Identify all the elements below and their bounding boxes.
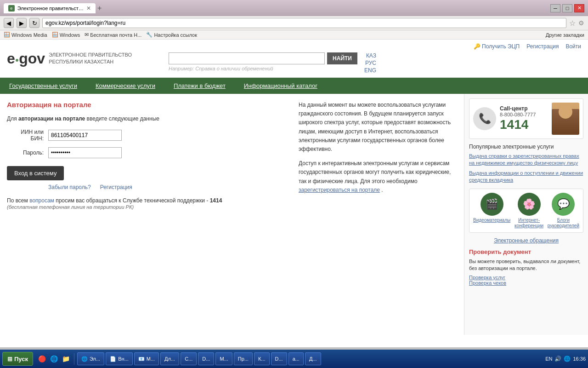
back-button[interactable]: ◀ (4, 18, 14, 28)
navigation-menu: Государственные услуги Коммерческие услу… (0, 78, 588, 94)
volume-icon[interactable]: 🔊 (554, 356, 561, 362)
taskbar-icon-3[interactable]: 📁 (60, 353, 71, 364)
address-input[interactable] (42, 18, 566, 28)
lang-kaz[interactable]: КАЗ (366, 52, 376, 59)
logo-gov: gov (19, 50, 45, 67)
nav-info-catalog[interactable]: Информационный каталог (235, 78, 327, 94)
taskbar-window-6[interactable]: D... (198, 352, 214, 365)
taskbar-window-12[interactable]: Д... (305, 352, 321, 365)
register-auth-link[interactable]: Регистрация (100, 184, 132, 190)
media-item-video[interactable]: 🎬 Видеоматериалы (473, 193, 510, 229)
auth-bottom-links: Забыли пароль? Регистрация (48, 184, 287, 190)
check-services-link[interactable]: Проверка услуг (469, 275, 583, 280)
taskbar-right: EN 🔊 🌐 16:36 (545, 356, 586, 362)
clock-time: 16:36 (573, 356, 586, 362)
login-button[interactable]: Вход в систему (7, 166, 64, 180)
refresh-button[interactable]: ↻ (29, 18, 40, 28)
network-icon[interactable]: 🌐 (564, 356, 571, 362)
logo-area: e ● gov ЭЛЕКТРОННОЕ ПРАВИТЕЛЬСТВО РЕСПУБ… (7, 50, 132, 67)
bookmark-settings[interactable]: 🔧 Настройка ссылок (146, 32, 197, 38)
taskbar-window-label: Эл... (90, 356, 100, 362)
auth-title: Авторизация на портале (7, 101, 287, 109)
taskbar-icon-1[interactable]: 🔴 (36, 353, 47, 364)
register-link[interactable]: Регистрация (526, 43, 559, 50)
taskbar-window-4[interactable]: Дл... (160, 352, 179, 365)
password-input[interactable] (48, 147, 122, 158)
bookmark-label: Windows (60, 32, 80, 38)
key-icon: 🔑 (474, 43, 481, 50)
nav-budget-payments[interactable]: Платежи в бюджет (164, 78, 235, 94)
bookmark-mail[interactable]: ✉ Бесплатная почта Н... (85, 32, 141, 38)
window-titlebar: e Электронное правительств... ✕ + ─ □ ✕ (0, 0, 588, 16)
tab-close-button[interactable]: ✕ (86, 5, 91, 12)
taskbar-icon-2[interactable]: 🌐 (48, 353, 59, 364)
taskbar-window-11[interactable]: а... (288, 352, 304, 365)
media-section: 🎬 Видеоматериалы 🌸 Интернет- конференции… (469, 189, 583, 233)
register-portal-link[interactable]: зарегистрироваться на портале (299, 187, 380, 193)
service-link-0[interactable]: Выдача справки о зарегистрированных прав… (469, 153, 583, 167)
bookmark-windows-media[interactable]: 🪟 Windows Media (4, 32, 47, 38)
taskbar-window-1[interactable]: 🌐 Эл... (77, 352, 104, 365)
media-label-conference: Интернет- конференции (513, 218, 545, 229)
minimize-button[interactable]: ─ (550, 4, 560, 12)
check-doc-text: Вы можете проверить, выдавался ли докуме… (469, 258, 583, 272)
taskbar-window-9[interactable]: К... (254, 352, 270, 365)
check-receipts-link[interactable]: Проверка чеков (469, 280, 583, 286)
search-input[interactable] (169, 52, 325, 64)
service-link-1[interactable]: Выдача информации о поступлении и движен… (469, 170, 583, 184)
site-header: e ● gov ЭЛЕКТРОННОЕ ПРАВИТЕЛЬСТВО РЕСПУБ… (0, 40, 588, 78)
taskbar-window-7[interactable]: М... (215, 352, 232, 365)
logo-subtitle-line2: РЕСПУБЛИКИ КАЗАХСТАН (49, 58, 132, 65)
info-paragraph1: На данный момент вы можете воспользовать… (299, 101, 459, 154)
iin-input[interactable] (48, 130, 122, 141)
bookmarks-other[interactable]: Другие закладки (546, 32, 584, 38)
media-item-conference[interactable]: 🌸 Интернет- конференции (513, 193, 545, 229)
bookmark-icon: ✉ (85, 32, 89, 38)
keyboard-lang[interactable]: EN (545, 356, 552, 362)
right-sidebar: 📞 Call-центр 8-800-080-7777 1414 Популяр… (464, 94, 588, 335)
browser-tab[interactable]: e Электронное правительств... ✕ (4, 3, 96, 13)
info-paragraph2: Доступ к интерактивным электронным услуг… (299, 159, 459, 195)
bookmarks-bar: 🪟 Windows Media 🪟 Windows ✉ Бесплатная п… (0, 30, 588, 40)
support-link[interactable]: вопросам (29, 197, 54, 204)
forward-button[interactable]: ▶ (17, 18, 27, 28)
new-tab-button[interactable]: + (97, 4, 102, 12)
logo-dot-icon: ● (15, 56, 19, 63)
header-right: 🔑 Получить ЭЦП Регистрация Войти НАЙТИ Н… (169, 43, 581, 74)
taskbar-window-3[interactable]: 📧 М... (134, 352, 159, 365)
bookmark-windows[interactable]: 🪟 Windows (52, 32, 80, 38)
auth-section: Авторизация на портале Для авторизации н… (0, 94, 294, 335)
login-link[interactable]: Войти (565, 43, 581, 50)
taskbar-window-5[interactable]: С... (181, 352, 197, 365)
info-section: На данный момент вы можете воспользовать… (294, 94, 464, 335)
close-button[interactable]: ✕ (574, 4, 584, 12)
taskbar-window-8[interactable]: Пр... (234, 352, 253, 365)
settings-wrench-icon[interactable]: ⚙ (578, 19, 584, 27)
callcenter-phone: 8-800-080-7777 (500, 112, 548, 117)
get-ecp-link[interactable]: 🔑 Получить ЭЦП (474, 43, 520, 50)
electronic-appeals-link[interactable]: Электронные обращения (494, 237, 559, 244)
taskbar-window-2[interactable]: 📄 Вн... (106, 352, 133, 365)
forgot-password-link[interactable]: Забыли пароль? (48, 184, 91, 190)
taskbar-window-icon2: 📄 (110, 356, 116, 362)
bookmark-icon: 🪟 (52, 32, 58, 38)
electronic-appeals: Электронные обращения (469, 237, 583, 244)
search-hint: Например: Справка о наличии обременений (169, 66, 357, 71)
media-item-blog[interactable]: 💬 Блоги руководителей (548, 193, 579, 229)
login-area: Вход в систему Забыли пароль? Регистраци… (7, 164, 287, 190)
nav-commercial-services[interactable]: Коммерческие услуги (86, 78, 164, 94)
lang-eng[interactable]: ENG (364, 67, 376, 74)
blog-icon: 💬 (552, 193, 575, 216)
video-icon: 🎬 (481, 193, 503, 216)
taskbar-window-10[interactable]: D... (271, 352, 287, 365)
nav-government-services[interactable]: Государственные услуги (0, 78, 86, 94)
lang-rus[interactable]: РУС (365, 60, 376, 66)
start-button[interactable]: ⊞ Пуск (2, 352, 33, 366)
window-controls: ─ □ ✕ (550, 4, 584, 12)
maximize-button[interactable]: □ (562, 4, 572, 12)
taskbar-clock: 16:36 (573, 356, 586, 362)
support-number: 1414 (210, 197, 222, 204)
bookmark-star-icon[interactable]: ☆ (569, 19, 576, 28)
support-text: По всем вопросам просим вас обращаться к… (7, 197, 287, 210)
search-button[interactable]: НАЙТИ (327, 52, 357, 64)
